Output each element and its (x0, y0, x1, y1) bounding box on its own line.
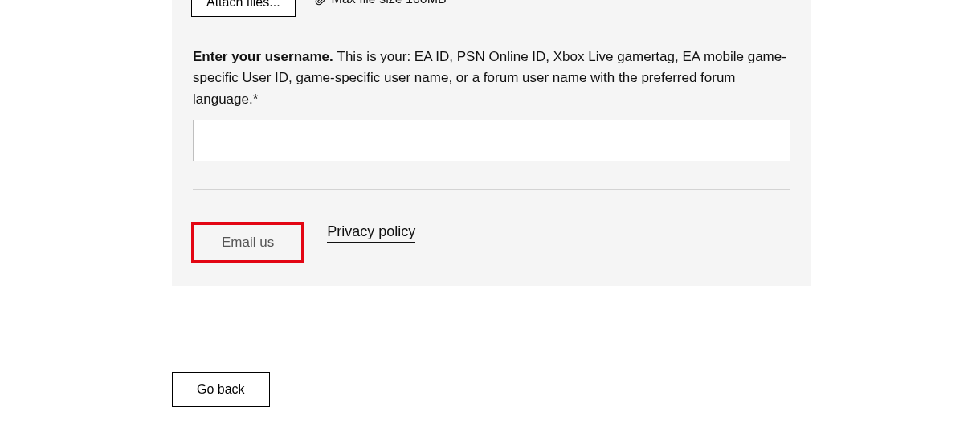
attach-files-button[interactable]: Attach files... (191, 0, 296, 17)
email-us-button[interactable]: Email us (191, 222, 304, 263)
divider (193, 189, 790, 190)
username-input[interactable] (193, 120, 790, 161)
username-section: Enter your username. This is your: EA ID… (193, 47, 790, 161)
form-panel: Attach files... Max file size 100MB Ente… (172, 0, 811, 286)
go-back-button[interactable]: Go back (172, 372, 270, 407)
max-file-size-text: Max file size 100MB (315, 0, 447, 6)
paperclip-icon (315, 0, 327, 6)
username-label-bold: Enter your username. (193, 49, 337, 64)
privacy-policy-link[interactable]: Privacy policy (327, 223, 415, 243)
attach-row: Attach files... Max file size 100MB (191, 0, 811, 19)
max-file-size-label: Max file size 100MB (332, 0, 447, 6)
action-row: Email us Privacy policy (191, 222, 811, 263)
username-label: Enter your username. This is your: EA ID… (193, 47, 790, 110)
